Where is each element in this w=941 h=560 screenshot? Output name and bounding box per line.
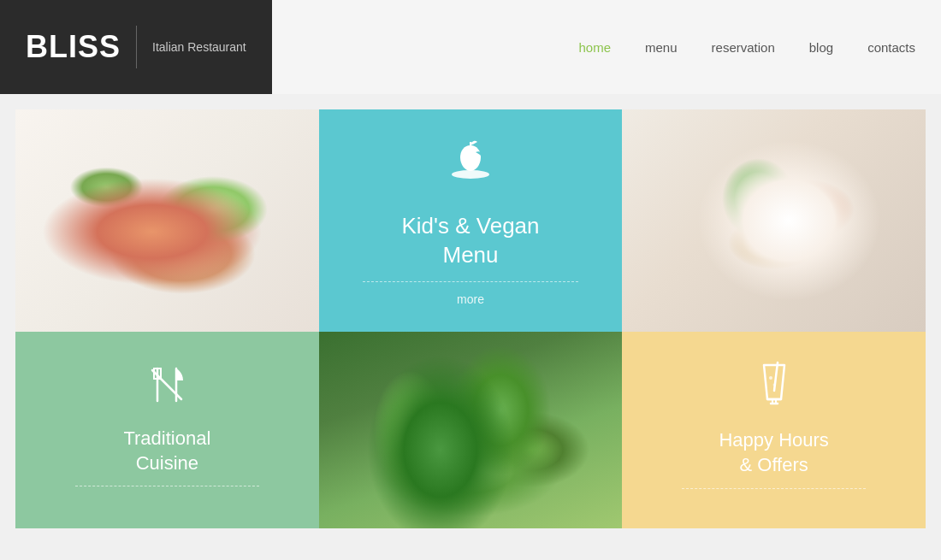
apple-plate-icon — [445, 135, 496, 197]
logo-text: BLISS — [26, 29, 121, 65]
plant-food-image — [319, 332, 623, 528]
header: BLISS Italian Restaurant home menu reser… — [0, 0, 941, 94]
nav-home[interactable]: home — [579, 40, 612, 55]
nav-blog[interactable]: blog — [809, 40, 833, 55]
svg-point-16 — [772, 384, 775, 386]
card-divider-3 — [682, 488, 866, 489]
happy-hours-card[interactable]: Happy Hours& Offers — [622, 332, 926, 528]
vegan-menu-card[interactable]: Kid's & VeganMenu more — [319, 109, 623, 332]
card-divider — [363, 281, 578, 282]
traditional-cuisine-card[interactable]: TraditionalCuisine — [15, 332, 319, 528]
svg-point-0 — [452, 170, 489, 179]
nav-contacts[interactable]: contacts — [867, 40, 915, 55]
main-nav: home menu reservation blog contacts — [579, 40, 916, 55]
nav-menu[interactable]: menu — [645, 40, 678, 55]
nav-reservation[interactable]: reservation — [712, 40, 775, 55]
teal-card-content: Kid's & VeganMenu more — [319, 109, 623, 332]
yellow-card-content: Happy Hours& Offers — [622, 332, 926, 528]
salmon-image-cell — [15, 109, 319, 332]
svg-line-14 — [774, 363, 778, 391]
shrimp-image-cell — [622, 109, 926, 332]
traditional-cuisine-title: TraditionalCuisine — [123, 427, 210, 475]
salmon-food-image — [15, 109, 319, 332]
drink-icon — [757, 361, 791, 416]
logo-block: BLISS Italian Restaurant — [0, 0, 272, 94]
green-card-content: TraditionalCuisine — [15, 332, 319, 528]
svg-point-15 — [769, 376, 772, 380]
vegan-menu-title: Kid's & VeganMenu — [401, 212, 539, 270]
more-link[interactable]: more — [457, 292, 484, 306]
main-grid: Kid's & VeganMenu more — [15, 109, 926, 528]
plant-image-cell — [319, 332, 623, 528]
shrimp-food-image — [622, 109, 926, 332]
utensils-icon — [145, 363, 188, 415]
happy-hours-title: Happy Hours& Offers — [719, 428, 828, 477]
logo-subtitle: Italian Restaurant — [152, 40, 246, 54]
card-divider-2 — [75, 486, 259, 486]
logo-divider — [136, 26, 137, 68]
